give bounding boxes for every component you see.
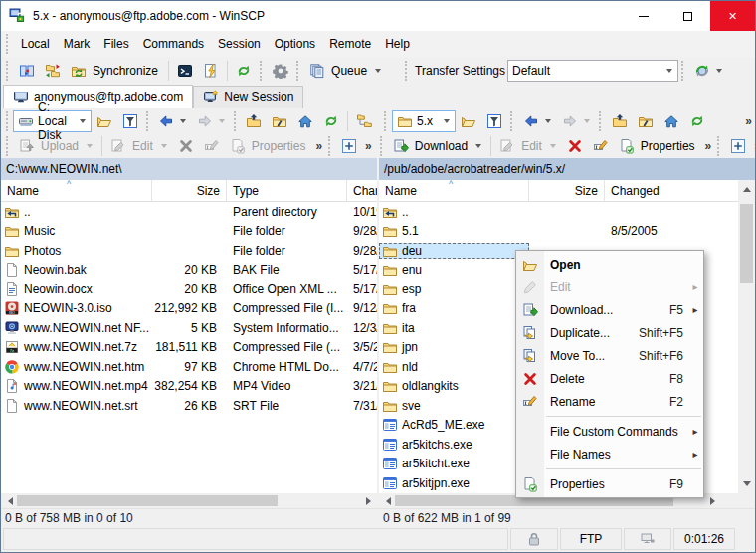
context-menu-item[interactable]: Rename F2 bbox=[516, 390, 703, 413]
close-button[interactable]: × bbox=[710, 1, 755, 31]
menu-item[interactable]: Help bbox=[378, 33, 417, 55]
file-row[interactable]: www.NEOWIN.net.mp4 382,254 KB MP4 Video … bbox=[1, 377, 377, 397]
remote-directory-select[interactable]: 5.x bbox=[392, 110, 456, 132]
toolbar-grip[interactable] bbox=[510, 111, 515, 131]
toolbar-grip[interactable] bbox=[717, 136, 722, 156]
overflow-chevron[interactable]: » bbox=[362, 137, 375, 155]
local-horizontal-scrollbar[interactable] bbox=[1, 493, 377, 508]
maximize-button[interactable] bbox=[665, 1, 710, 31]
remote-edit-button[interactable]: Edit bbox=[494, 134, 562, 158]
context-menu-item[interactable]: File Names ▸ bbox=[516, 443, 703, 465]
overflow-chevron[interactable]: » bbox=[702, 137, 715, 155]
toolbar-grip[interactable] bbox=[6, 136, 11, 156]
transfer-options-button[interactable] bbox=[689, 59, 728, 83]
file-row[interactable]: www.NEOWIN.net.htm 97 KB Chrome HTML Do.… bbox=[1, 357, 377, 377]
local-root-directory-button[interactable] bbox=[267, 109, 292, 133]
column-header-size[interactable]: Size bbox=[152, 180, 227, 201]
menu-item[interactable]: Mark bbox=[57, 33, 97, 55]
local-edit-button[interactable]: Edit bbox=[105, 134, 173, 158]
new-session-tab[interactable]: New Session bbox=[193, 86, 303, 108]
open-in-putty-button[interactable] bbox=[198, 59, 224, 83]
toolbar-grip[interactable] bbox=[405, 61, 410, 81]
local-open-directory-button[interactable] bbox=[92, 109, 117, 133]
toolbar-grip[interactable] bbox=[296, 61, 301, 81]
context-menu-item[interactable]: Delete F8 bbox=[516, 367, 703, 390]
remote-parent-directory-button[interactable] bbox=[607, 109, 633, 133]
menu-item[interactable]: Session bbox=[211, 33, 268, 55]
file-row[interactable]: Neowin.bak 20 KB BAK File 5/17/ bbox=[1, 261, 377, 280]
file-row[interactable]: .. Parent directory 10/19 bbox=[1, 202, 377, 222]
file-row[interactable]: 5.1 8/5/2005 bbox=[379, 222, 738, 242]
remote-forward-button[interactable] bbox=[557, 109, 596, 133]
remote-home-directory-button[interactable] bbox=[659, 109, 684, 133]
toolbar-grip[interactable] bbox=[260, 61, 265, 81]
toolbar-grip[interactable] bbox=[6, 111, 10, 131]
file-row[interactable]: .. bbox=[379, 202, 738, 222]
queue-button[interactable]: Queue bbox=[304, 59, 387, 83]
menu-item[interactable]: Remote bbox=[322, 33, 378, 55]
local-drive-select[interactable]: C: Local Disk bbox=[13, 110, 92, 132]
scroll-down-button[interactable] bbox=[738, 476, 755, 493]
local-rename-button[interactable] bbox=[199, 134, 225, 158]
file-row[interactable]: Music File folder 9/28/ bbox=[1, 222, 377, 242]
remote-open-directory-button[interactable] bbox=[456, 109, 481, 133]
overflow-chevron[interactable]: » bbox=[742, 112, 755, 130]
toolbar-grip[interactable] bbox=[599, 111, 604, 131]
file-row[interactable]: ISONEOWIN-3.0.iso 212,992 KB Compressed … bbox=[1, 299, 377, 319]
column-header-changed[interactable]: Changed bbox=[605, 180, 738, 201]
scrollbar-thumb[interactable] bbox=[17, 495, 278, 506]
remote-properties-button[interactable]: Properties bbox=[614, 134, 702, 158]
toolbar-grip[interactable] bbox=[681, 61, 686, 81]
column-header-changed[interactable]: Changed bbox=[347, 180, 377, 201]
synchronize-button[interactable]: Synchronize bbox=[66, 59, 165, 83]
context-menu-item[interactable]: Edit ▸ bbox=[516, 276, 703, 298]
preferences-button[interactable] bbox=[268, 59, 293, 83]
remote-filter-button[interactable] bbox=[481, 109, 507, 133]
local-home-directory-button[interactable] bbox=[292, 109, 318, 133]
menu-item[interactable]: Local bbox=[14, 33, 57, 55]
resize-grip[interactable] bbox=[737, 528, 753, 550]
remote-refresh-button[interactable] bbox=[684, 109, 710, 133]
context-menu-item[interactable]: Move To... Shift+F6 bbox=[516, 344, 703, 367]
toolbar-grip[interactable] bbox=[380, 136, 385, 156]
local-properties-button[interactable]: Properties bbox=[225, 134, 313, 158]
context-menu-item[interactable]: Download... F5 ▸ bbox=[516, 298, 703, 321]
local-parent-directory-button[interactable] bbox=[241, 109, 267, 133]
remote-add-button[interactable] bbox=[725, 134, 751, 158]
remote-path-bar[interactable]: /pub/adobe/acrobatreader/win/5.x/ bbox=[379, 158, 755, 180]
local-back-button[interactable] bbox=[153, 109, 192, 133]
local-add-button[interactable] bbox=[336, 134, 362, 158]
column-header-type[interactable]: Type bbox=[227, 180, 347, 201]
local-path-bar[interactable]: C:\www.NEOWIN.net\ bbox=[1, 158, 377, 180]
file-row[interactable]: Neowin.docx 20 KB Office Open XML ... 5/… bbox=[1, 279, 377, 299]
file-row[interactable]: www.NEOWIN.net NF... 5 KB System Informa… bbox=[1, 318, 377, 338]
local-tree-button[interactable] bbox=[351, 109, 377, 133]
remote-root-directory-button[interactable] bbox=[633, 109, 659, 133]
scrollbar-thumb[interactable] bbox=[740, 204, 753, 283]
upload-button[interactable]: Upload bbox=[14, 134, 98, 158]
toolbar-grip[interactable] bbox=[384, 111, 389, 131]
remote-rename-button[interactable] bbox=[588, 134, 614, 158]
synchronize-browsing-button[interactable] bbox=[40, 59, 66, 83]
column-header-name[interactable]: Name bbox=[1, 180, 152, 201]
scroll-left-button[interactable] bbox=[379, 497, 395, 505]
swap-panels-button[interactable] bbox=[14, 59, 40, 83]
local-refresh-button[interactable] bbox=[318, 109, 344, 133]
file-row[interactable]: Photos File folder 9/28/ bbox=[1, 241, 377, 261]
download-button[interactable]: Download bbox=[388, 134, 487, 158]
toolbar-grip[interactable] bbox=[328, 136, 333, 156]
session-tab-active[interactable]: anonymous@ftp.adobe.com bbox=[3, 85, 193, 108]
refresh-button[interactable] bbox=[231, 59, 257, 83]
menu-item[interactable]: Files bbox=[96, 33, 135, 55]
file-row[interactable]: 7zwww.NEOWIN.net.7z 181,511 KB Compresse… bbox=[1, 338, 377, 358]
menu-item[interactable]: Commands bbox=[136, 33, 211, 55]
toolbar-grip[interactable] bbox=[146, 111, 150, 131]
scroll-right-button[interactable] bbox=[705, 497, 721, 505]
remote-back-button[interactable] bbox=[518, 109, 557, 133]
open-console-button[interactable] bbox=[172, 59, 198, 83]
scroll-up-button[interactable] bbox=[738, 180, 755, 197]
context-menu-item[interactable]: Properties F9 bbox=[516, 472, 703, 495]
context-menu-item[interactable]: Duplicate... Shift+F5 bbox=[516, 321, 703, 344]
scroll-left-button[interactable] bbox=[1, 497, 17, 505]
context-menu-item[interactable]: Open bbox=[516, 253, 703, 276]
